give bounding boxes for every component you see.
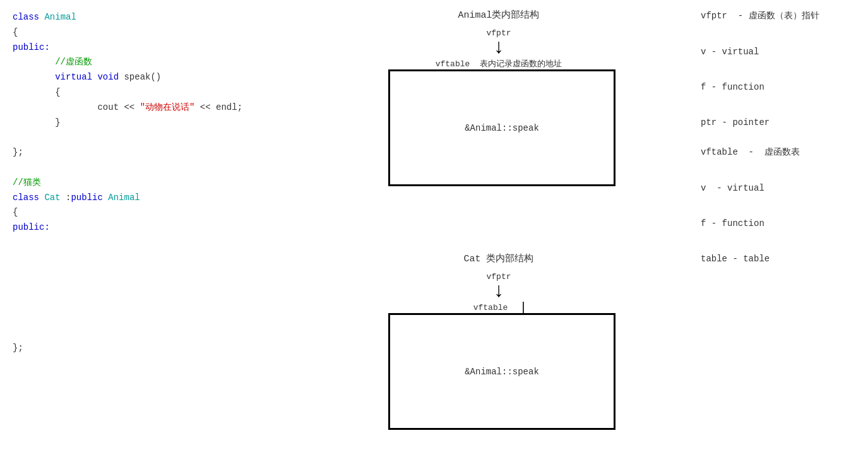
code-line: class Cat :public Animal bbox=[13, 191, 316, 206]
legend-item bbox=[701, 201, 862, 211]
legend-item bbox=[701, 64, 862, 74]
legend-item: f - function bbox=[701, 218, 862, 228]
code-token: }; bbox=[13, 343, 23, 353]
code-line: } bbox=[13, 116, 316, 131]
legend-item: vfptr - 虚函数（表）指针 bbox=[701, 10, 862, 21]
code-token: public: bbox=[13, 222, 50, 232]
cat-vftable-content: &Animal::speak bbox=[465, 367, 539, 377]
legend-item: v - virtual bbox=[701, 47, 862, 57]
code-token: }; bbox=[13, 147, 23, 157]
code-token: << endl; bbox=[194, 102, 242, 112]
code-line: //虚函数 bbox=[13, 55, 316, 70]
code-token: "动物在说话" bbox=[140, 102, 195, 112]
legend-item: v - virtual bbox=[701, 183, 862, 193]
code-token: public bbox=[71, 193, 102, 203]
code-token: virtual bbox=[55, 72, 92, 82]
legend-item: vftable - 虚函数表 bbox=[701, 146, 862, 158]
code-token: Cat bbox=[44, 193, 60, 203]
code-line: //猫类 bbox=[13, 175, 316, 191]
code-line: { bbox=[13, 25, 316, 40]
animal-vftable-label: vftable bbox=[436, 59, 470, 69]
code-line: { bbox=[13, 85, 316, 100]
animal-vftable-row: vftable 表内记录虚函数的地址 bbox=[436, 58, 562, 69]
code-token: class bbox=[13, 193, 44, 203]
code-line bbox=[13, 251, 316, 266]
code-line bbox=[13, 130, 316, 145]
code-line: public: bbox=[13, 220, 316, 235]
diagram-panel: Animal类内部结构 vfptr ↓ vftable 表内记录虚函数的地址 &… bbox=[366, 0, 631, 457]
legend-section-2: vftable - 虚函数表 v - virtual f - function … bbox=[701, 146, 862, 264]
cat-vftable-box: &Animal::speak bbox=[388, 313, 615, 430]
code-token: //猫类 bbox=[13, 177, 41, 187]
code-token: Animal bbox=[108, 193, 140, 203]
legend-item: ptr - pointer bbox=[701, 117, 862, 128]
code-line: }; bbox=[13, 145, 316, 160]
animal-title: Animal类内部结构 bbox=[458, 9, 539, 21]
legend-item bbox=[701, 165, 862, 175]
code-token: class bbox=[13, 12, 44, 22]
code-token: public: bbox=[13, 42, 50, 52]
animal-vftable-content: &Animal::speak bbox=[465, 123, 539, 133]
animal-vftable-desc: 表内记录虚函数的地址 bbox=[480, 58, 562, 69]
legend-panel: vfptr - 虚函数（表）指针 v - virtual f - functio… bbox=[694, 0, 868, 457]
code-line: virtual void speak() bbox=[13, 70, 316, 85]
code-line bbox=[13, 160, 316, 175]
legend-section-1: vfptr - 虚函数（表）指针 v - virtual f - functio… bbox=[701, 10, 862, 128]
code-token: } bbox=[13, 117, 61, 128]
code-line bbox=[13, 311, 316, 326]
cat-section: Cat 类内部结构 vfptr ↓ vftable &Animal::speak bbox=[366, 252, 631, 430]
animal-section: Animal类内部结构 vfptr ↓ vftable 表内记录虚函数的地址 &… bbox=[366, 9, 631, 186]
legend-item: table - table bbox=[701, 254, 862, 264]
animal-vftable-box: &Animal::speak bbox=[388, 69, 615, 186]
legend-item bbox=[701, 100, 862, 110]
legend-item bbox=[701, 236, 862, 246]
code-token: { bbox=[13, 27, 18, 37]
legend-item: f - function bbox=[701, 82, 862, 92]
code-line bbox=[13, 235, 316, 251]
code-line: public: bbox=[13, 40, 316, 56]
code-token bbox=[13, 72, 55, 82]
code-token: //虚函数 bbox=[13, 57, 92, 67]
legend-item bbox=[701, 29, 862, 39]
code-panel: class Animal{public: //虚函数 virtual void … bbox=[0, 0, 328, 457]
code-token: { bbox=[13, 207, 18, 217]
cat-arrow: ↓ bbox=[492, 282, 504, 302]
code-line bbox=[13, 280, 316, 295]
code-token: void bbox=[97, 72, 119, 82]
code-line bbox=[13, 266, 316, 281]
cat-vftable-label: vftable bbox=[473, 303, 508, 312]
code-line: class Animal bbox=[13, 10, 316, 25]
code-token: cout << bbox=[13, 102, 140, 112]
code-line bbox=[13, 326, 316, 341]
cat-title: Cat 类内部结构 bbox=[463, 252, 533, 264]
cat-vftable-row: vftable bbox=[473, 302, 525, 313]
code-token: speak() bbox=[119, 72, 161, 82]
code-token: Animal bbox=[44, 12, 76, 22]
code-line: { bbox=[13, 205, 316, 220]
text-cursor bbox=[523, 302, 524, 313]
code-token: { bbox=[13, 87, 61, 97]
code-line: cout << "动物在说话" << endl; bbox=[13, 100, 316, 116]
code-line: }; bbox=[13, 341, 316, 356]
animal-arrow: ↓ bbox=[492, 38, 504, 58]
code-token: : bbox=[61, 193, 71, 203]
code-line bbox=[13, 295, 316, 311]
